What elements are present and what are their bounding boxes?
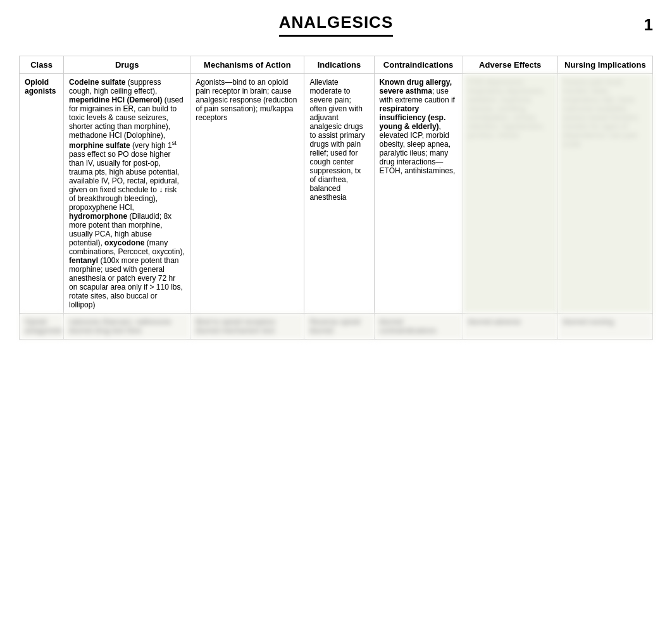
page-number: 1 bbox=[644, 15, 653, 35]
table-row-blurred: Opioid antagonists naloxone (Narcan), na… bbox=[20, 314, 653, 340]
col-header-mechanisms: Mechanisms of Action bbox=[190, 56, 304, 74]
cell-adverse-blurred: blurred adverse bbox=[463, 314, 557, 340]
cell-drugs-blurred: naloxone (Narcan), naltrexone blurred dr… bbox=[64, 314, 190, 340]
cell-class: Opioid agonists bbox=[20, 74, 64, 314]
table-row: Opioid agonists Codeine sulfate (suppres… bbox=[20, 74, 653, 314]
cell-mechanisms-blurred: Bind to opioid receptors blurred mechani… bbox=[190, 314, 304, 340]
cell-contra-blurred: blurred contraindications bbox=[374, 314, 463, 340]
col-header-indications: Indications bbox=[304, 56, 374, 74]
col-header-class: Class bbox=[20, 56, 64, 74]
col-header-adverse: Adverse Effects bbox=[463, 56, 557, 74]
table-header-row: Class Drugs Mechanisms of Action Indicat… bbox=[20, 56, 653, 74]
cell-nursing-blurred: blurred nursing bbox=[557, 314, 652, 340]
cell-contraindications: Known drug allergy, severe asthma; use w… bbox=[374, 74, 463, 314]
cell-class-blurred: Opioid antagonists bbox=[20, 314, 64, 340]
cell-adverse: CNS depression, respiratory depression, … bbox=[463, 74, 557, 314]
col-header-drugs: Drugs bbox=[64, 56, 190, 74]
page-header: ANALGESICS 1 bbox=[19, 13, 653, 37]
cell-mechanisms: Agonists—bind to an opioid pain receptor… bbox=[190, 74, 304, 314]
cell-drugs: Codeine sulfate (suppress cough, high ce… bbox=[64, 74, 190, 314]
cell-indications: Alleviate moderate to severe pain; often… bbox=[304, 74, 374, 314]
col-header-nursing: Nursing Implications bbox=[557, 56, 652, 74]
cell-nursing: Assess pain level; monitor vitals, respi… bbox=[557, 74, 652, 314]
cell-indications-blurred: Reverse opioid blurred bbox=[304, 314, 374, 340]
page-title: ANALGESICS bbox=[279, 13, 393, 37]
main-table: Class Drugs Mechanisms of Action Indicat… bbox=[19, 56, 653, 340]
col-header-contraindications: Contraindications bbox=[374, 56, 463, 74]
